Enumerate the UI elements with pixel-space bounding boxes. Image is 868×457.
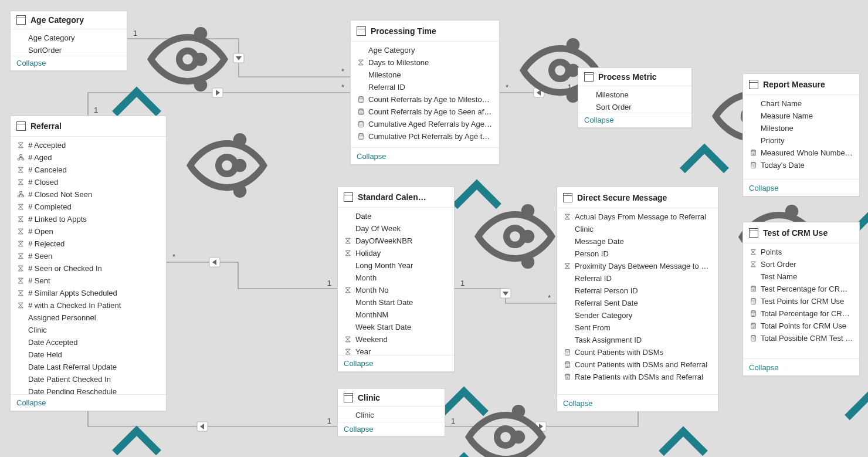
field-row[interactable]: Count Patients with DSMs bbox=[557, 346, 718, 358]
field-row[interactable]: Month Start Date bbox=[338, 296, 454, 309]
field-row[interactable]: Total Points for CRM Use bbox=[743, 320, 859, 332]
field-row[interactable]: # Seen bbox=[11, 250, 166, 262]
collapse-button[interactable]: Collapse bbox=[351, 147, 499, 164]
field-row[interactable]: Test Points for CRM Use bbox=[743, 295, 859, 307]
field-row[interactable]: Age Category bbox=[351, 44, 499, 56]
field-row[interactable]: Total Possible CRM Test Points bbox=[743, 332, 859, 344]
table-card-processing_time[interactable]: Processing Time Age Category Days to Mil… bbox=[350, 20, 500, 165]
field-row[interactable]: Milestone bbox=[578, 89, 691, 101]
more-options[interactable] bbox=[152, 121, 161, 131]
field-row[interactable]: Year bbox=[338, 346, 454, 355]
field-row[interactable]: # Rejected bbox=[11, 238, 166, 250]
field-row[interactable]: SortOrder bbox=[11, 44, 127, 55]
field-row[interactable]: Date Held bbox=[11, 348, 166, 361]
collapse-button[interactable]: Collapse bbox=[11, 56, 127, 70]
table-card-test_of_crm_use[interactable]: Test of CRM Use Points Sort Order Test N… bbox=[742, 222, 860, 376]
field-row[interactable]: Sort Order bbox=[578, 101, 691, 112]
field-row[interactable]: Days to Milestone bbox=[351, 56, 499, 69]
field-row[interactable]: Referral ID bbox=[351, 81, 499, 93]
visibility-toggle[interactable] bbox=[472, 26, 482, 36]
visibility-toggle[interactable] bbox=[832, 80, 842, 89]
field-row[interactable]: Cumulative Aged Referrals by Age to Seen… bbox=[351, 118, 499, 130]
field-list[interactable]: Date Day Of Week DayOfWeekNBR Holiday Lo bbox=[338, 208, 454, 355]
field-row[interactable]: # Seen or Checked In bbox=[11, 262, 166, 275]
field-row[interactable]: Date bbox=[338, 210, 454, 222]
field-row[interactable]: # Canceled bbox=[11, 164, 166, 176]
more-options[interactable] bbox=[113, 15, 122, 25]
field-row[interactable]: Date Last Referral Update bbox=[11, 361, 166, 373]
field-row[interactable]: Age Category bbox=[11, 32, 127, 44]
field-row[interactable]: Weekend bbox=[338, 333, 454, 346]
field-row[interactable]: Today's Date bbox=[743, 159, 859, 171]
field-row[interactable]: Points bbox=[743, 246, 859, 258]
field-list[interactable]: Chart Name Measure Name Milestone Priori… bbox=[743, 95, 859, 179]
field-row[interactable]: Priority bbox=[743, 134, 859, 147]
field-row[interactable]: Referral Person ID bbox=[557, 285, 718, 297]
field-row[interactable]: Chart Name bbox=[743, 97, 859, 110]
field-row[interactable]: Actual Days From Message to Referral bbox=[557, 211, 718, 223]
field-row[interactable]: # Closed Not Seen bbox=[11, 188, 166, 201]
field-row[interactable]: Referral Sent Date bbox=[557, 297, 718, 309]
field-list[interactable]: Age Category SortOrder bbox=[11, 29, 127, 55]
field-row[interactable]: Holiday bbox=[338, 247, 454, 259]
field-list[interactable]: Age Category Days to Milestone Milestone… bbox=[351, 42, 499, 147]
field-row[interactable]: Total Percentage for CRM Use bbox=[743, 307, 859, 320]
field-row[interactable]: Message Date bbox=[557, 235, 718, 248]
table-card-clinic[interactable]: Clinic Clinic Collapse bbox=[337, 388, 445, 436]
visibility-toggle[interactable] bbox=[691, 193, 700, 202]
more-options[interactable] bbox=[485, 26, 494, 36]
table-card-age_category[interactable]: Age Category Age Category SortOrder Coll… bbox=[10, 11, 127, 71]
field-list[interactable]: # Accepted # Aged # Canceled # Closed # bbox=[11, 137, 166, 394]
more-options[interactable] bbox=[704, 193, 713, 202]
field-row[interactable]: Cumulative Pct Referrals by Age to Seen … bbox=[351, 130, 499, 143]
table-card-standard_calendar[interactable]: Standard Calendar Date Day Of Week DayOf… bbox=[337, 187, 455, 372]
field-row[interactable]: Task Assignment ID bbox=[557, 334, 718, 346]
field-row[interactable]: Date Pending Reschedule bbox=[11, 385, 166, 394]
card-header[interactable]: Standard Calendar bbox=[338, 187, 454, 208]
collapse-button[interactable]: Collapse bbox=[578, 113, 691, 127]
field-row[interactable]: Measure Name bbox=[743, 110, 859, 122]
field-list[interactable]: Milestone Sort Order bbox=[578, 86, 691, 112]
card-header[interactable]: Report Measure bbox=[743, 74, 859, 95]
field-row[interactable]: Measured Whole Number Value bbox=[743, 147, 859, 159]
more-options[interactable] bbox=[440, 192, 449, 202]
field-row[interactable]: # Accepted bbox=[11, 139, 166, 151]
field-row[interactable]: Test Percentage for CRM Use bbox=[743, 283, 859, 295]
field-row[interactable]: Date Accepted bbox=[11, 336, 166, 348]
field-row[interactable]: Month bbox=[338, 272, 454, 284]
field-row[interactable]: Proximity Days Between Message to Referr… bbox=[557, 260, 718, 272]
table-card-report_measure[interactable]: Report Measure Chart Name Measure Name M… bbox=[742, 73, 860, 197]
field-row[interactable]: Long Month Year bbox=[338, 259, 454, 272]
table-card-process_metric[interactable]: Process Metric Milestone Sort Order Coll… bbox=[578, 67, 692, 128]
more-options[interactable] bbox=[845, 80, 855, 89]
field-row[interactable]: Clinic bbox=[11, 324, 166, 336]
visibility-toggle[interactable] bbox=[427, 192, 436, 202]
field-row[interactable]: # Similar Appts Scheduled bbox=[11, 287, 166, 299]
card-header[interactable]: Direct Secure Message bbox=[557, 187, 718, 208]
field-row[interactable]: Count Patients with DSMs and Referral bbox=[557, 358, 718, 371]
table-card-referral[interactable]: Referral # Accepted # Aged # Canceled bbox=[10, 116, 167, 411]
field-row[interactable]: MonthNM bbox=[338, 309, 454, 321]
card-header[interactable]: Referral bbox=[11, 116, 166, 137]
field-row[interactable]: # Open bbox=[11, 225, 166, 238]
field-row[interactable]: Rate Patients with DSMs and Referral bbox=[557, 371, 718, 383]
field-row[interactable]: Sort Order bbox=[743, 258, 859, 270]
card-header[interactable]: Test of CRM Use bbox=[743, 222, 859, 243]
field-row[interactable]: Assigned Personnel bbox=[11, 312, 166, 324]
field-row[interactable]: Clinic bbox=[338, 409, 445, 421]
field-list[interactable]: Clinic bbox=[338, 407, 445, 422]
card-header[interactable]: Processing Time bbox=[351, 21, 499, 42]
field-list[interactable]: Points Sort Order Test Name Test Percent… bbox=[743, 243, 859, 358]
field-row[interactable]: # Linked to Appts bbox=[11, 213, 166, 225]
field-row[interactable]: # Closed bbox=[11, 176, 166, 188]
field-row[interactable]: # Aged bbox=[11, 151, 166, 164]
field-row[interactable]: Date Patient Checked In bbox=[11, 373, 166, 385]
field-row[interactable]: # Sent bbox=[11, 275, 166, 287]
field-row[interactable]: Milestone bbox=[743, 122, 859, 134]
visibility-toggle[interactable] bbox=[832, 228, 842, 238]
field-list[interactable]: Actual Days From Message to Referral Cli… bbox=[557, 208, 718, 394]
card-header[interactable]: Clinic bbox=[338, 389, 445, 407]
field-row[interactable]: DayOfWeekNBR bbox=[338, 235, 454, 247]
field-row[interactable]: Day Of Week bbox=[338, 222, 454, 235]
visibility-toggle[interactable] bbox=[100, 15, 109, 25]
